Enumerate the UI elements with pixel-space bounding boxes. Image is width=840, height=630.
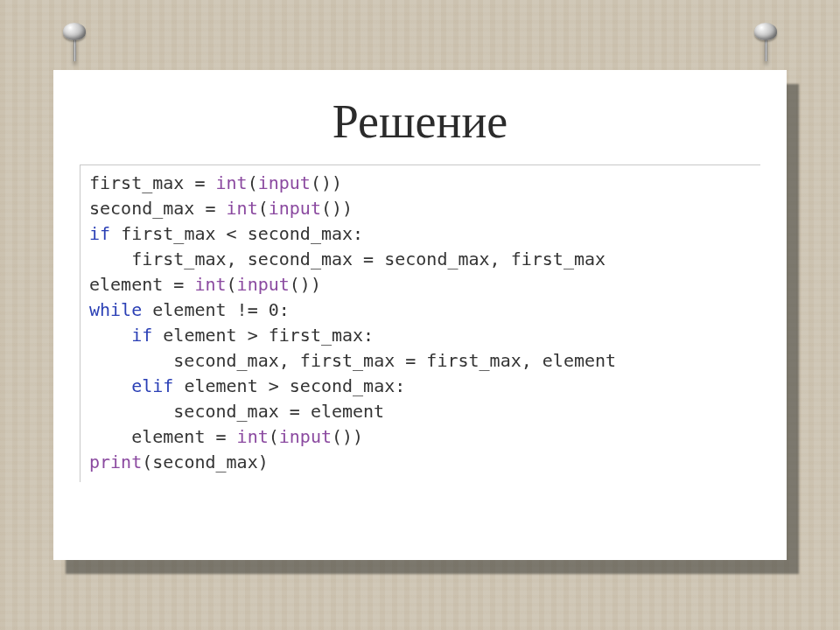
slide-title: Решение: [53, 94, 787, 149]
code-content: first_max = int(input()) second_max = in…: [89, 171, 752, 475]
slide-background: Решение first_max = int(input()) second_…: [0, 0, 840, 630]
pushpin-icon: [754, 23, 777, 61]
card-surface: Решение first_max = int(input()) second_…: [53, 70, 787, 560]
pushpin-icon: [63, 23, 86, 61]
code-block: first_max = int(input()) second_max = in…: [80, 164, 760, 482]
slide-card: Решение first_max = int(input()) second_…: [53, 70, 787, 560]
